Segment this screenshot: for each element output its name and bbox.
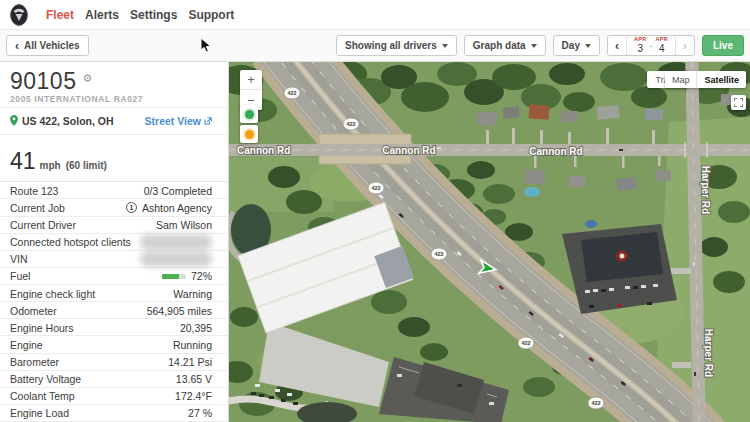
caret-down-icon [531,44,537,48]
detail-value: 13.65 V [176,373,212,385]
detail-row: Current Job1Ashton Agency [0,199,228,216]
detail-value: Ashton Agency [142,202,212,214]
detail-label: Engine check light [10,288,95,300]
date-start-day: 3 [637,44,643,54]
drivers-dropdown-label: Showing all drivers [345,40,437,51]
svg-text:Cannon Rd: Cannon Rd [529,146,582,157]
live-button[interactable]: Live [702,35,744,56]
svg-text:Harper Rd: Harper Rd [700,166,711,214]
redacted-value [140,251,212,267]
detail-value: 14.21 Psi [168,356,212,368]
caret-down-icon [442,44,448,48]
detail-row: Coolant Temp172.4°F [0,388,228,405]
speed-unit: mph [40,160,61,171]
speed-limit: (60 limit) [66,160,107,171]
nav-item-fleet[interactable]: Fleet [46,8,74,22]
detail-value: Warning [173,288,212,300]
detail-value: 564,905 miles [147,305,212,317]
date-separator: - [649,41,652,51]
date-range-control[interactable]: ‹ APR 3 - APR 4 › [607,35,695,56]
layer-toggle-orange-button[interactable] [240,125,258,143]
speed-block: 41 mph (60 limit) [0,135,228,182]
nav-item-settings[interactable]: Settings [130,8,177,22]
svg-text:Cannon Rd: Cannon Rd [237,145,290,156]
date-end-day: 4 [659,44,665,54]
chevron-left-icon: ‹ [15,40,19,52]
detail-value: 72% [191,270,212,282]
range-dropdown[interactable]: Day [553,35,600,56]
external-link-icon [204,117,212,125]
detail-value: 0/3 Completed [144,185,212,197]
vehicle-description: 2005 INTERNATIONAL RA027 [10,94,218,104]
satellite-imagery: 422 422 422 422 422 422 Cannon Rd Cannon… [229,62,750,422]
detail-row: Engine Hours20,395 [0,319,228,336]
back-all-vehicles-button[interactable]: ‹ All Vehicles [6,35,89,56]
detail-label: Engine [10,339,43,351]
detail-row: EngineRunning [0,336,228,353]
nav-item-alerts[interactable]: Alerts [85,8,119,22]
detail-label: VIN [10,253,28,265]
zoom-in-button[interactable]: + [240,70,262,90]
detail-row: Barometer14.21 Psi [0,354,228,371]
svg-text:Harper Rd: Harper Rd [703,329,714,377]
fullscreen-icon [734,98,743,107]
detail-label: Route 123 [10,185,58,197]
redacted-value [140,234,212,250]
detail-row: Connected hotspot clients [0,234,228,251]
date-range-display: APR 3 - APR 4 [626,36,675,55]
detail-row: VIN [0,251,228,268]
date-next-button[interactable]: › [675,36,694,55]
range-dropdown-label: Day [562,40,580,51]
detail-value: 27 % [188,407,212,419]
location-row: US 422, Solon, OH Street View [0,107,228,135]
svg-text:422: 422 [287,90,296,96]
detail-label: Current Driver [10,219,76,231]
map-type-satellite-button[interactable]: Satellite [696,71,746,88]
mouse-cursor [200,37,212,54]
street-view-link[interactable]: Street View [145,115,212,127]
caret-down-icon [585,44,591,48]
orange-dot-icon [245,130,254,139]
date-start-month: APR [634,37,647,43]
green-dot-icon [245,110,254,119]
drivers-dropdown[interactable]: Showing all drivers [336,35,457,56]
svg-text:Cannon Rd: Cannon Rd [382,145,435,156]
details-table: Route 1230/3 CompletedCurrent Job1Ashton… [0,181,228,422]
graph-data-dropdown[interactable]: Graph data [464,35,546,56]
detail-value: 20,395 [180,322,212,334]
detail-value: Running [173,339,212,351]
detail-label: Engine Load [10,407,69,419]
detail-label: Coolant Temp [10,390,75,402]
svg-text:422: 422 [591,400,600,406]
detail-label: Barometer [10,356,59,368]
map-zoom-control: + − [240,70,262,110]
back-button-label: All Vehicles [24,40,80,51]
top-nav: Fleet Alerts Settings Support [0,0,750,30]
vehicle-sidebar: 90105⚙ 2005 INTERNATIONAL RA027 US 422, … [0,62,229,422]
detail-row: Engine check lightWarning [0,285,228,302]
chevron-left-icon: ‹ [615,40,619,52]
date-start: APR 3 [634,37,647,54]
detail-row: Battery Voltage13.65 V [0,371,228,388]
fullscreen-button[interactable] [731,95,746,110]
gear-icon[interactable]: ⚙ [82,72,92,84]
nav-item-support[interactable]: Support [188,8,234,22]
detail-label: Engine Hours [10,322,74,334]
map-pin-icon [10,115,18,126]
svg-text:422: 422 [371,185,380,191]
detail-label: Connected hotspot clients [10,236,131,248]
toolbar: ‹ All Vehicles Showing all drivers Graph… [0,30,750,62]
map-canvas[interactable]: 422 422 422 422 422 422 Cannon Rd Cannon… [229,62,750,422]
brand-logo-icon[interactable] [10,4,28,26]
detail-label: Fuel [10,270,30,282]
graph-dropdown-label: Graph data [473,40,526,51]
detail-label: Odometer [10,305,57,317]
map-type-toggle: Map Satellite [665,71,746,88]
layer-toggle-green-button[interactable] [240,105,258,123]
date-prev-button[interactable]: ‹ [608,36,626,55]
map-type-map-button[interactable]: Map [665,71,697,88]
detail-label: Current Job [10,202,65,214]
commercial-building [562,224,677,314]
detail-value: 172.4°F [175,390,212,402]
vehicle-address: US 422, Solon, OH [22,115,114,127]
